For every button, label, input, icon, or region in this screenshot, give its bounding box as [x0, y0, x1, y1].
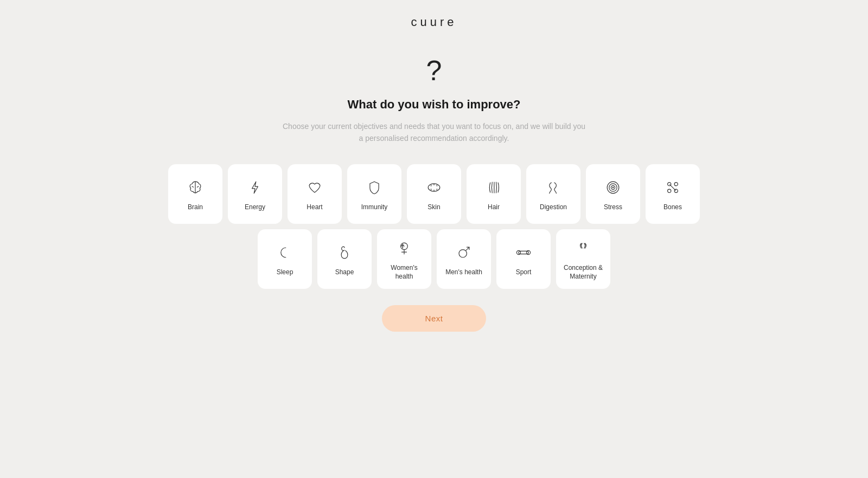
card-skin[interactable]: Skin [407, 164, 461, 224]
card-label-shape: Shape [332, 268, 358, 277]
main-title: What do you wish to improve? [348, 98, 521, 112]
grid-row-2: SleepShapeWomen's healthMen's healthSpor… [258, 229, 610, 289]
next-button[interactable]: Next [382, 305, 487, 332]
heart-icon [303, 176, 326, 199]
svg-point-15 [668, 189, 671, 192]
shape-icon [333, 241, 356, 264]
card-bones[interactable]: Bones [646, 164, 700, 224]
grid-row-1: BrainEnergyHeartImmunitySkinHairDigestio… [168, 164, 700, 224]
card-mens-health[interactable]: Men's health [437, 229, 491, 289]
bones-icon [661, 176, 684, 199]
question-icon: ? [426, 56, 442, 85]
card-heart[interactable]: Heart [288, 164, 342, 224]
svg-point-10 [611, 185, 615, 189]
options-grid: BrainEnergyHeartImmunitySkinHairDigestio… [168, 164, 700, 289]
card-label-mens-health: Men's health [442, 268, 486, 277]
immunity-icon [363, 176, 386, 199]
card-immunity[interactable]: Immunity [347, 164, 401, 224]
digestion-icon [542, 176, 565, 199]
card-sport[interactable]: Sport [496, 229, 551, 289]
card-label-conception: Conception & Maternity [557, 264, 609, 281]
card-label-stress: Stress [601, 203, 626, 212]
card-hair[interactable]: Hair [467, 164, 521, 224]
card-label-womens-health: Women's health [378, 264, 430, 281]
card-conception[interactable]: Conception & Maternity [556, 229, 610, 289]
svg-point-13 [668, 183, 671, 186]
skin-icon [423, 176, 445, 199]
subtitle: Choose your current objectives and needs… [282, 120, 586, 145]
card-label-immunity: Immunity [358, 203, 391, 212]
card-label-sport: Sport [513, 268, 535, 277]
svg-point-14 [674, 183, 678, 186]
energy-icon [244, 176, 266, 199]
card-stress[interactable]: Stress [586, 164, 640, 224]
stress-icon [602, 176, 624, 199]
card-label-brain: Brain [184, 203, 206, 212]
svg-point-9 [609, 184, 617, 191]
card-womens-health[interactable]: Women's health [377, 229, 431, 289]
sleep-icon [273, 241, 296, 264]
womens-health-icon [393, 237, 416, 260]
card-sleep[interactable]: Sleep [258, 229, 312, 289]
svg-point-16 [674, 189, 678, 192]
hair-icon [482, 176, 505, 199]
mens-health-icon [452, 241, 475, 264]
card-label-skin: Skin [424, 203, 443, 212]
logo: cuure [411, 15, 457, 29]
svg-point-11 [612, 187, 614, 188]
card-label-bones: Bones [660, 203, 685, 212]
conception-icon [572, 237, 595, 260]
card-label-energy: Energy [241, 203, 269, 212]
card-label-digestion: Digestion [537, 203, 570, 212]
card-label-hair: Hair [484, 203, 503, 212]
card-energy[interactable]: Energy [228, 164, 282, 224]
card-brain[interactable]: Brain [168, 164, 222, 224]
svg-line-22 [466, 247, 469, 250]
brain-icon [184, 176, 207, 199]
card-digestion[interactable]: Digestion [526, 164, 580, 224]
card-shape[interactable]: Shape [317, 229, 372, 289]
sport-icon [512, 241, 535, 264]
card-label-sleep: Sleep [273, 268, 297, 277]
card-label-heart: Heart [303, 203, 326, 212]
